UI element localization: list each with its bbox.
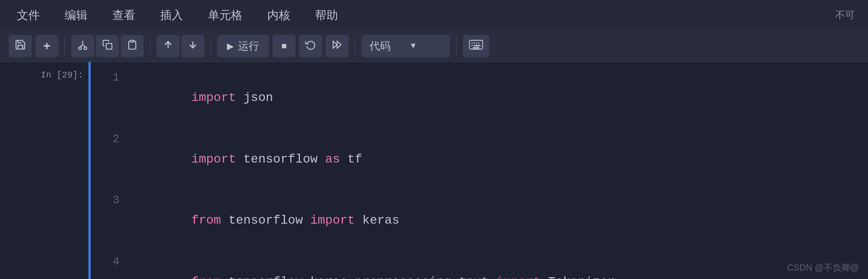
- menubar: 文件 编辑 查看 插入 单元格 内核 帮助 不可: [0, 0, 868, 30]
- menu-file[interactable]: 文件: [13, 5, 43, 26]
- svg-rect-5: [131, 40, 134, 42]
- svg-point-1: [84, 47, 87, 50]
- code-module-4: tensorflow.keras.preprocessing.text: [221, 275, 496, 279]
- line-number-4: 4: [100, 252, 119, 271]
- move-down-button[interactable]: [181, 35, 204, 57]
- menu-insert[interactable]: 插入: [157, 5, 187, 26]
- code-class-3: keras: [355, 213, 399, 227]
- code-line-3: 3 from tensorflow import keras: [100, 190, 868, 252]
- separator-3: [211, 37, 211, 55]
- restart-icon: [305, 39, 316, 53]
- watermark: CSDN @不负卿@: [787, 262, 859, 274]
- code-text-3: from tensorflow import keras: [132, 190, 399, 252]
- line-number-3: 3: [100, 191, 119, 210]
- corner-text: 不可: [835, 8, 855, 22]
- save-icon: [15, 39, 26, 53]
- svg-line-3: [83, 45, 86, 47]
- down-arrow-icon: [188, 39, 198, 53]
- cell-type-dropdown[interactable]: 代码 ▼: [361, 35, 450, 57]
- code-class-4: Tokenizer: [541, 275, 615, 279]
- keyword-import-2: import: [191, 152, 236, 166]
- play-icon: ▶: [227, 41, 234, 51]
- code-space: json: [236, 91, 273, 105]
- code-module-3: tensorflow: [221, 213, 311, 227]
- save-button[interactable]: [9, 35, 32, 57]
- keyboard-button[interactable]: [463, 35, 489, 57]
- code-alias-tf: tf: [340, 152, 362, 166]
- code-text-4: from tensorflow.keras.preprocessing.text…: [132, 252, 615, 279]
- svg-line-2: [80, 45, 83, 47]
- keyword-as-2: as: [325, 152, 340, 166]
- line-number-1: 1: [100, 68, 119, 87]
- keyboard-icon: [469, 40, 483, 52]
- copy-icon: [102, 39, 113, 53]
- svg-rect-4: [106, 43, 112, 49]
- stop-button[interactable]: ■: [273, 35, 296, 57]
- cell-label: In [29]:: [0, 62, 88, 279]
- restart-button[interactable]: [299, 35, 322, 57]
- add-icon: +: [43, 39, 50, 53]
- line-number-2: 2: [100, 130, 119, 149]
- code-line-4: 4 from tensorflow.keras.preprocessing.te…: [100, 252, 868, 279]
- move-up-button[interactable]: [157, 35, 180, 57]
- code-content[interactable]: 1 import json 2 import tensorflow as tf …: [91, 62, 868, 279]
- keyword-import-1: import: [191, 91, 236, 105]
- code-module-tf: tensorflow: [236, 152, 325, 166]
- fast-forward-button[interactable]: [326, 35, 349, 57]
- menu-items: 文件 编辑 查看 插入 单元格 内核 帮助: [13, 5, 342, 26]
- fast-forward-icon: [331, 39, 343, 53]
- paste-icon: [127, 39, 138, 53]
- up-arrow-icon: [163, 39, 173, 53]
- menu-view[interactable]: 查看: [109, 5, 139, 26]
- code-area: In [29]: 1 import json 2 import tensorfl…: [0, 62, 868, 279]
- move-buttons: [157, 35, 204, 57]
- menu-help[interactable]: 帮助: [311, 5, 342, 26]
- keyword-from-4: from: [191, 275, 221, 279]
- separator-4: [355, 37, 355, 55]
- add-cell-button[interactable]: +: [35, 35, 58, 57]
- code-line-1: 1 import json: [100, 67, 868, 129]
- separator-2: [150, 37, 150, 55]
- chevron-down-icon: ▼: [409, 41, 442, 50]
- svg-point-0: [79, 47, 81, 50]
- stop-icon: ■: [281, 41, 287, 51]
- separator-1: [65, 37, 65, 55]
- cell-type-label: 代码: [369, 39, 402, 53]
- menu-cell[interactable]: 单元格: [204, 5, 246, 26]
- svg-marker-8: [333, 41, 337, 48]
- run-button[interactable]: ▶ 运行: [217, 35, 269, 57]
- code-line-2: 2 import tensorflow as tf: [100, 129, 868, 190]
- cut-icon: [77, 39, 88, 53]
- run-label: 运行: [238, 39, 259, 53]
- paste-button[interactable]: [121, 35, 144, 57]
- toolbar: +: [0, 30, 868, 62]
- menu-edit[interactable]: 编辑: [61, 5, 91, 26]
- keyword-import-4: import: [496, 275, 541, 279]
- cut-button[interactable]: [71, 35, 94, 57]
- separator-5: [456, 37, 457, 55]
- keyword-import-3: import: [310, 213, 355, 227]
- menu-kernel[interactable]: 内核: [264, 5, 294, 26]
- keyword-from-3: from: [191, 213, 221, 227]
- code-text-1: import json: [132, 67, 273, 129]
- code-text-2: import tensorflow as tf: [132, 129, 362, 190]
- copy-button[interactable]: [96, 35, 119, 57]
- edit-buttons: [71, 35, 144, 57]
